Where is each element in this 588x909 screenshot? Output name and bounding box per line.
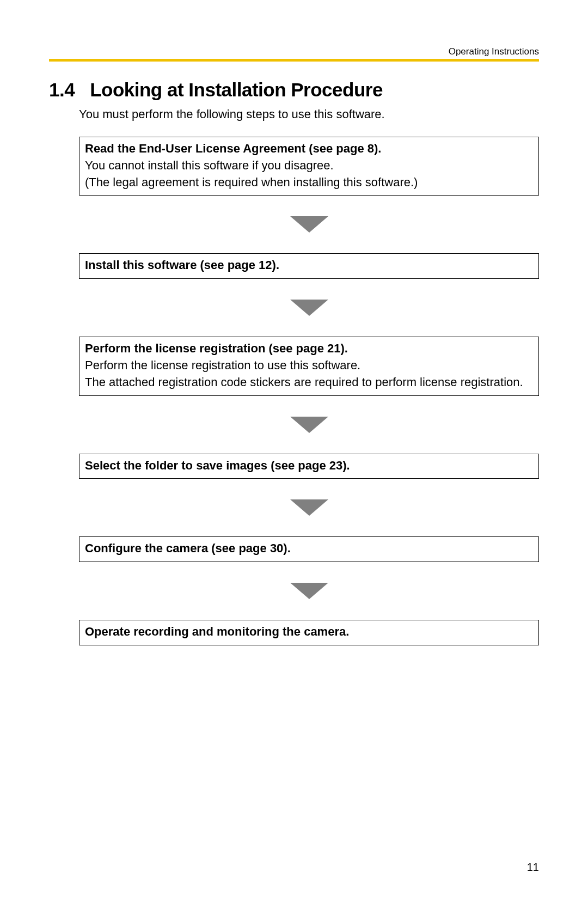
step-title: Read the End-User License Agreement (see… bbox=[85, 141, 533, 157]
step-box-2: Install this software (see page 12). bbox=[79, 253, 539, 279]
section-number: 1.4 bbox=[49, 79, 75, 101]
chevron-down-icon bbox=[290, 417, 328, 433]
section-title-text: Looking at Installation Procedure bbox=[90, 79, 383, 100]
arrow-5 bbox=[79, 583, 539, 599]
step-title: Configure the camera (see page 30). bbox=[85, 540, 533, 557]
step-box-1: Read the End-User License Agreement (see… bbox=[79, 137, 539, 196]
step-title: Select the folder to save images (see pa… bbox=[85, 457, 533, 474]
step-title: Operate recording and monitoring the cam… bbox=[85, 624, 533, 640]
step-box-6: Operate recording and monitoring the cam… bbox=[79, 620, 539, 645]
arrow-4 bbox=[79, 499, 539, 516]
chevron-down-icon bbox=[290, 499, 328, 516]
step-box-5: Configure the camera (see page 30). bbox=[79, 536, 539, 562]
header-divider bbox=[49, 59, 539, 62]
section-heading: 1.4Looking at Installation Procedure bbox=[49, 79, 539, 101]
running-title: Operating Instructions bbox=[449, 46, 539, 57]
step-title: Perform the license registration (see pa… bbox=[85, 340, 533, 357]
chevron-down-icon bbox=[290, 300, 328, 316]
arrow-1 bbox=[79, 216, 539, 233]
section-intro: You must perform the following steps to … bbox=[79, 107, 539, 121]
step-box-3: Perform the license registration (see pa… bbox=[79, 337, 539, 395]
arrow-2 bbox=[79, 300, 539, 316]
step-title: Install this software (see page 12). bbox=[85, 257, 533, 274]
chevron-down-icon bbox=[290, 583, 328, 599]
chevron-down-icon bbox=[290, 216, 328, 233]
step-body: You cannot install this software if you … bbox=[85, 157, 533, 191]
step-box-4: Select the folder to save images (see pa… bbox=[79, 454, 539, 479]
step-body: Perform the license registration to use … bbox=[85, 357, 533, 391]
arrow-3 bbox=[79, 417, 539, 433]
page-number: 11 bbox=[527, 861, 539, 874]
